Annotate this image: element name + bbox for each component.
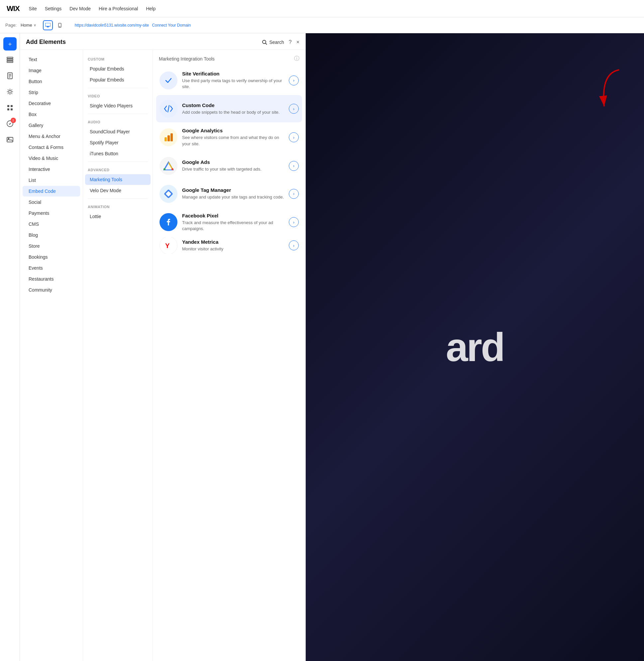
custom-code-arrow[interactable]: › bbox=[289, 104, 299, 114]
cat-events[interactable]: Events bbox=[23, 263, 80, 273]
svg-rect-23 bbox=[167, 135, 170, 141]
divider-2 bbox=[88, 114, 148, 114]
mobile-view-icon[interactable] bbox=[55, 20, 65, 30]
site-verification-arrow[interactable]: › bbox=[289, 75, 299, 85]
sub-velo-dev-mode[interactable]: Velo Dev Mode bbox=[85, 185, 151, 196]
tool-yandex-metrica[interactable]: Y Yandex Metrica Monitor visitor activit… bbox=[156, 237, 302, 254]
page-selector[interactable]: Home ∨ bbox=[21, 23, 36, 28]
nav-help[interactable]: Help bbox=[146, 6, 156, 11]
add-elements-panel: Add Elements Search ? × Text Image Butto… bbox=[20, 33, 306, 661]
cat-list[interactable]: List bbox=[23, 175, 80, 185]
google-ads-arrow[interactable]: › bbox=[289, 161, 299, 171]
cat-decorative[interactable]: Decorative bbox=[23, 98, 80, 109]
cat-text[interactable]: Text bbox=[23, 54, 80, 65]
cat-interactive[interactable]: Interactive bbox=[23, 164, 80, 175]
sub-popular-embeds-1[interactable]: Popular Embeds bbox=[85, 64, 151, 74]
cat-payments[interactable]: Payments bbox=[23, 208, 80, 218]
cat-community[interactable]: Community bbox=[23, 285, 80, 295]
canvas-hero-text: ard bbox=[446, 324, 504, 370]
yandex-metrica-name: Yandex Metrica bbox=[182, 239, 284, 245]
svg-rect-5 bbox=[7, 59, 13, 61]
theme-icon[interactable] bbox=[3, 85, 17, 98]
google-tag-manager-icon bbox=[160, 185, 178, 203]
google-ads-desc: Drive traffic to your site with targeted… bbox=[182, 166, 284, 172]
google-analytics-icon bbox=[160, 128, 178, 146]
google-tag-manager-arrow[interactable]: › bbox=[289, 189, 299, 199]
site-verification-content: Site Verification Use third party meta t… bbox=[182, 71, 284, 90]
sub-soundcloud[interactable]: SoundCloud Player bbox=[85, 126, 151, 137]
red-arrow-indicator bbox=[594, 66, 624, 114]
nav-links: Site Settings Dev Mode Hire a Profession… bbox=[29, 6, 156, 11]
divider-4 bbox=[88, 198, 148, 199]
layers-icon[interactable] bbox=[3, 53, 17, 66]
pages-icon[interactable] bbox=[3, 69, 17, 83]
svg-line-27 bbox=[164, 162, 168, 169]
cat-social[interactable]: Social bbox=[23, 197, 80, 207]
add-elements-icon[interactable]: ＋ bbox=[3, 37, 17, 50]
tool-google-analytics[interactable]: Google Analytics See where visitors come… bbox=[156, 123, 302, 151]
cat-box[interactable]: Box bbox=[23, 109, 80, 120]
svg-text:Y: Y bbox=[165, 242, 170, 249]
icon-sidebar: ＋ 2 bbox=[0, 33, 20, 661]
cat-gallery[interactable]: Gallery bbox=[23, 120, 80, 131]
desktop-view-icon[interactable] bbox=[43, 20, 53, 30]
main-layout: ＋ 2 Add Elements Search bbox=[0, 33, 644, 661]
nav-devmode[interactable]: Dev Mode bbox=[69, 6, 91, 11]
cat-cms[interactable]: CMS bbox=[23, 219, 80, 229]
divider-1 bbox=[88, 88, 148, 88]
cat-contact-forms[interactable]: Contact & Forms bbox=[23, 142, 80, 153]
nav-settings[interactable]: Settings bbox=[45, 6, 62, 11]
apps-icon[interactable] bbox=[3, 101, 17, 114]
sub-single-video[interactable]: Single Video Players bbox=[85, 101, 151, 111]
cat-blog[interactable]: Blog bbox=[23, 230, 80, 240]
cat-image[interactable]: Image bbox=[23, 65, 80, 76]
panel-header-right: Search ? × bbox=[262, 39, 299, 45]
section-label-audio: AUDIO bbox=[83, 117, 153, 126]
cat-menu-anchor[interactable]: Menu & Anchor bbox=[23, 131, 80, 141]
svg-rect-12 bbox=[7, 105, 9, 107]
sub-popular-embeds-2[interactable]: Popular Embeds bbox=[85, 74, 151, 85]
tools-header: Marketing Integration Tools ⓘ bbox=[156, 54, 302, 66]
cat-embed-code[interactable]: Embed Code bbox=[23, 186, 80, 197]
sub-itunes[interactable]: iTunes Button bbox=[85, 148, 151, 159]
cat-restaurants[interactable]: Restaurants bbox=[23, 274, 80, 284]
google-tag-manager-name: Google Tag Manager bbox=[182, 187, 284, 193]
media-icon[interactable] bbox=[3, 133, 17, 146]
tool-facebook-pixel[interactable]: Facebook Pixel Track and measure the eff… bbox=[156, 208, 302, 236]
nav-hire[interactable]: Hire a Professional bbox=[99, 6, 138, 11]
google-ads-icon bbox=[160, 157, 178, 175]
help-button[interactable]: ? bbox=[289, 39, 292, 45]
nav-site[interactable]: Site bbox=[29, 6, 37, 11]
yandex-metrica-icon: Y bbox=[160, 237, 178, 254]
sub-spotify[interactable]: Spotify Player bbox=[85, 137, 151, 148]
cat-store[interactable]: Store bbox=[23, 241, 80, 251]
tool-google-tag-manager[interactable]: Google Tag Manager Manage and update you… bbox=[156, 180, 302, 207]
page-label: Page: bbox=[5, 23, 17, 28]
yandex-metrica-arrow[interactable]: › bbox=[289, 240, 299, 250]
cat-bookings[interactable]: Bookings bbox=[23, 252, 80, 262]
tool-site-verification[interactable]: Site Verification Use third party meta t… bbox=[156, 66, 302, 94]
tool-google-ads[interactable]: Google Ads Drive traffic to your site wi… bbox=[156, 152, 302, 179]
facebook-pixel-name: Facebook Pixel bbox=[182, 213, 284, 218]
google-tag-manager-content: Google Tag Manager Manage and update you… bbox=[182, 187, 284, 200]
tool-custom-code[interactable]: Custom Code Add code snippets to the hea… bbox=[156, 95, 302, 123]
info-icon[interactable]: ⓘ bbox=[294, 55, 299, 62]
svg-rect-4 bbox=[7, 57, 13, 59]
facebook-pixel-arrow[interactable]: › bbox=[289, 217, 299, 227]
cat-video-music[interactable]: Video & Music bbox=[23, 153, 80, 163]
search-button[interactable]: Search bbox=[262, 40, 284, 45]
cat-strip[interactable]: Strip bbox=[23, 87, 80, 98]
canvas-preview: ard bbox=[306, 33, 644, 661]
google-tag-manager-desc: Manage and update your site tags and tra… bbox=[182, 194, 284, 200]
cat-button[interactable]: Button bbox=[23, 76, 80, 87]
marketplace-icon[interactable]: 2 bbox=[3, 117, 17, 130]
svg-point-30 bbox=[171, 168, 174, 170]
connect-domain-link[interactable]: Connect Your Domain bbox=[152, 23, 191, 28]
sub-marketing-tools[interactable]: Marketing Tools bbox=[85, 174, 151, 185]
google-analytics-arrow[interactable]: › bbox=[289, 132, 299, 142]
section-label-custom: CUSTOM bbox=[83, 54, 153, 63]
svg-line-28 bbox=[168, 162, 172, 169]
close-button[interactable]: × bbox=[296, 39, 299, 45]
site-url: https://davidcolin5131.wixsite.com/my-si… bbox=[75, 23, 149, 28]
sub-lottie[interactable]: Lottie bbox=[85, 211, 151, 222]
